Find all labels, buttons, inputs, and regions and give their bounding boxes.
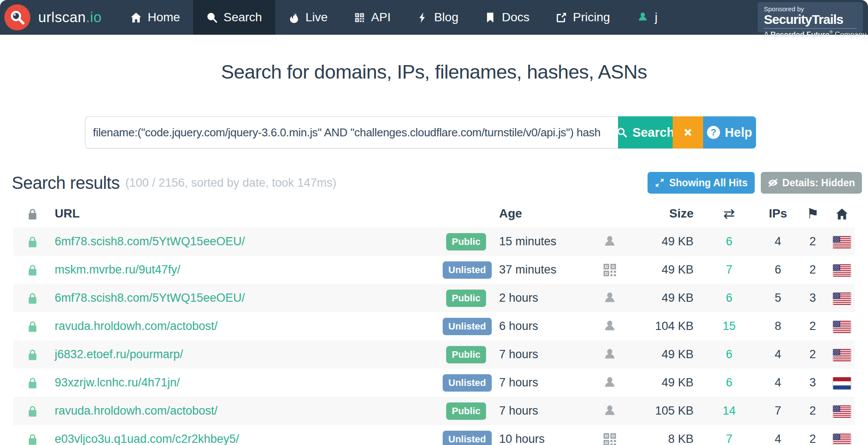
table-row[interactable]: ravuda.hroldowh.com/actobost/ Unlisted 6… <box>13 312 855 340</box>
row-visibility-cell: Public <box>443 227 486 256</box>
row-lock-cell <box>13 312 52 340</box>
row-submitter-cell <box>586 369 634 397</box>
nav-item-live[interactable]: Live <box>275 0 341 35</box>
lock-icon <box>26 348 39 361</box>
row-flags-cell: 2 <box>796 227 829 256</box>
nav-item-docs[interactable]: Docs <box>471 0 542 35</box>
visibility-badge: Unlisted <box>443 374 492 392</box>
submitter-user-icon <box>602 319 618 334</box>
row-country-cell <box>829 369 855 397</box>
qr-icon <box>354 12 365 23</box>
result-url-link[interactable]: mskm.mvrbe.ru/9ut47fy/ <box>55 263 181 276</box>
results-header: Search results (100 / 2156, sorted by da… <box>12 171 862 194</box>
table-row[interactable]: mskm.mvrbe.ru/9ut47fy/ Unlisted 37 minut… <box>13 256 855 284</box>
brand-link[interactable]: urlscan.io <box>0 0 117 35</box>
question-circle-icon: ? <box>707 126 720 139</box>
exchange-icon: ⇄ <box>723 205 735 222</box>
nav-item-blog[interactable]: Blog <box>404 0 471 35</box>
row-flags-cell: 2 <box>796 256 829 284</box>
row-url-cell: ravuda.hroldowh.com/actobost/ <box>52 312 443 340</box>
row-age-cell: 15 minutes <box>486 227 586 256</box>
row-country-cell <box>829 284 855 312</box>
lock-icon <box>26 405 39 418</box>
row-requests-cell: 6 <box>699 284 760 312</box>
requests-count-link[interactable]: 6 <box>726 348 732 361</box>
lock-icon <box>26 433 39 445</box>
flag-us <box>833 349 851 361</box>
result-url-link[interactable]: 6mf78.scish8.com/5YtWQ15eeOEU/ <box>55 291 245 304</box>
clear-search-button[interactable] <box>673 116 703 148</box>
column-header-ips: IPs <box>760 200 796 227</box>
row-ips-cell: 5 <box>760 284 796 312</box>
nav-item-api[interactable]: API <box>341 0 404 35</box>
row-submitter-cell <box>586 256 634 284</box>
nav-item-user[interactable]: j <box>623 0 671 35</box>
row-url-cell: e03vljco3u.q1uad.com/c2r2khbey5/ <box>52 425 443 445</box>
lock-icon <box>26 235 39 248</box>
help-button[interactable]: ? Help <box>703 116 756 148</box>
flag-icon: ⚑ <box>806 205 819 222</box>
visibility-badge: Public <box>446 402 486 420</box>
requests-count-link[interactable]: 7 <box>726 432 732 445</box>
row-size-cell: 104 KB <box>634 312 699 340</box>
requests-count-link[interactable]: 7 <box>726 263 732 276</box>
row-requests-cell: 6 <box>699 369 760 397</box>
requests-count-link[interactable]: 6 <box>726 291 732 304</box>
requests-count-link[interactable]: 6 <box>726 235 732 248</box>
results-meta: (100 / 2156, sorted by date, took 147ms) <box>125 176 336 190</box>
table-row[interactable]: 93xzrjw.lcnhc.ru/4h71jn/ Unlisted 7 hour… <box>13 369 855 397</box>
nav-item-search[interactable]: Search <box>193 0 275 35</box>
search-input[interactable] <box>85 116 618 148</box>
visibility-badge: Unlisted <box>443 261 492 279</box>
table-row[interactable]: 6mf78.scish8.com/5YtWQ15eeOEU/ Public 2 … <box>13 284 855 312</box>
requests-count-link[interactable]: 15 <box>723 320 736 333</box>
flag-us <box>833 321 851 333</box>
result-url-link[interactable]: e03vljco3u.q1uad.com/c2r2khbey5/ <box>55 432 239 445</box>
sponsor-divider <box>764 28 857 29</box>
row-url-cell: 93xzrjw.lcnhc.ru/4h71jn/ <box>52 369 443 397</box>
requests-count-link[interactable]: 14 <box>723 404 736 417</box>
visibility-badge: Unlisted <box>443 318 492 335</box>
result-url-link[interactable]: 93xzrjw.lcnhc.ru/4h71jn/ <box>55 376 180 389</box>
result-url-link[interactable]: ravuda.hroldowh.com/actobost/ <box>55 404 217 417</box>
requests-count-link[interactable]: 6 <box>726 376 732 389</box>
nav-item-home[interactable]: Home <box>117 0 193 35</box>
row-flags-cell: 2 <box>796 397 829 425</box>
home-icon <box>835 208 848 221</box>
lock-icon <box>26 208 39 221</box>
column-header-visibility <box>13 200 52 227</box>
page-title: Search for domains, IPs, filenames, hash… <box>0 59 868 86</box>
expand-arrows-icon <box>654 178 665 188</box>
submitter-user-icon <box>602 347 618 363</box>
row-submitter-cell <box>586 340 634 369</box>
search-button[interactable]: Search <box>618 116 673 148</box>
nav-item-pricing[interactable]: Pricing <box>542 0 623 35</box>
result-url-link[interactable]: 6mf78.scish8.com/5YtWQ15eeOEU/ <box>55 235 245 248</box>
search-bar: Search ? Help <box>85 116 756 148</box>
column-header-country <box>829 200 855 227</box>
row-size-cell: 49 KB <box>634 284 699 312</box>
row-country-cell <box>829 256 855 284</box>
nav-items: Home Search Live API Blog Docs <box>117 0 671 35</box>
submitter-user-icon <box>602 290 618 306</box>
row-visibility-cell: Public <box>443 397 486 425</box>
row-lock-cell <box>13 284 52 312</box>
flag-us <box>833 264 851 277</box>
column-header-submitter <box>586 200 634 227</box>
flame-icon <box>288 12 300 23</box>
row-age-cell: 37 minutes <box>486 256 586 284</box>
row-country-cell <box>829 312 855 340</box>
showing-all-hits-button[interactable]: Showing All Hits <box>648 172 755 194</box>
result-url-link[interactable]: ravuda.hroldowh.com/actobost/ <box>55 320 217 333</box>
column-header-size: Size <box>634 200 699 227</box>
table-row[interactable]: ravuda.hroldowh.com/actobost/ Public 7 h… <box>13 397 855 425</box>
eye-slash-icon <box>768 178 778 188</box>
row-size-cell: 105 KB <box>634 397 699 425</box>
table-row[interactable]: e03vljco3u.q1uad.com/c2r2khbey5/ Unliste… <box>13 425 855 445</box>
result-url-link[interactable]: j6832.etoef.ru/pourmarp/ <box>55 348 183 361</box>
table-row[interactable]: 6mf78.scish8.com/5YtWQ15eeOEU/ Public 15… <box>13 227 855 256</box>
table-row[interactable]: j6832.etoef.ru/pourmarp/ Public 7 hours … <box>13 340 855 369</box>
details-hidden-button[interactable]: Details: Hidden <box>761 172 862 194</box>
sponsor-securitytrails[interactable]: Sponsored by SecurityTrails A Recorded F… <box>758 2 863 33</box>
row-visibility-cell: Unlisted <box>443 256 486 284</box>
